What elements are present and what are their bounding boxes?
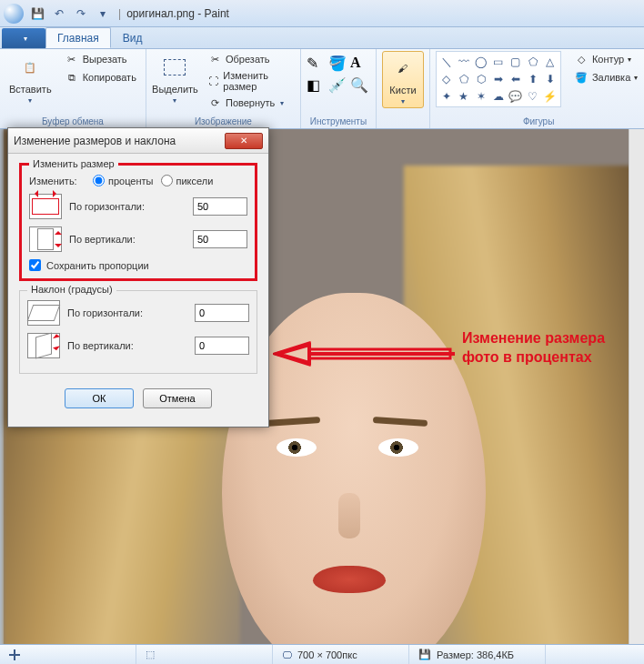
resize-vertical-input[interactable] — [193, 230, 247, 248]
shape-hexagon-icon[interactable]: ⬡ — [473, 71, 489, 87]
shape-star6-icon[interactable]: ✶ — [473, 88, 489, 105]
redo-icon[interactable]: ↷ — [71, 4, 91, 24]
resize-vertical-label: По вертикали: — [69, 234, 186, 245]
resize-fieldset: Изменить размер Изменить: проценты пиксе… — [19, 163, 257, 281]
dialog-title: Изменение размеров и наклона — [14, 135, 176, 147]
status-cursor-pos — [0, 645, 136, 664]
group-brushes-label — [382, 115, 424, 128]
disk-icon: 💾 — [418, 649, 431, 660]
undo-icon[interactable]: ↶ — [49, 4, 69, 24]
group-image: Выделить ▾ ✂Обрезать ⛶Изменить размер ⟳П… — [146, 49, 301, 128]
status-selection-size: ⬚ — [136, 645, 273, 664]
skew-horizontal-input[interactable] — [195, 304, 249, 322]
select-icon — [160, 53, 189, 82]
qat-customize-icon[interactable]: ▾ — [93, 4, 113, 24]
skew-horizontal-icon — [27, 300, 60, 326]
radio-percent-input[interactable] — [93, 175, 105, 186]
file-tab[interactable] — [2, 28, 45, 48]
shape-rhombus-icon[interactable]: ◇ — [438, 71, 455, 87]
resize-button[interactable]: ⛶Изменить размер — [204, 69, 295, 93]
shape-arrow-d-icon[interactable]: ⬇ — [542, 71, 558, 87]
paste-label: Вставить — [9, 84, 52, 95]
radio-percent[interactable]: проценты — [93, 175, 154, 186]
shape-outline-button[interactable]: ◇Контур▾ — [570, 51, 641, 67]
tab-view[interactable]: Вид — [111, 27, 155, 48]
resize-legend: Изменить размер — [29, 158, 118, 169]
paste-button[interactable]: 📋 Вставить ▾ — [5, 51, 55, 106]
cursor-pos-icon — [9, 649, 20, 660]
rotate-icon: ⟳ — [207, 96, 222, 110]
shape-callout-icon[interactable]: ☁ — [490, 88, 507, 105]
copy-icon: ⧉ — [65, 70, 79, 85]
ribbon: 📋 Вставить ▾ ✂Вырезать ⧉Копировать Буфер… — [0, 49, 644, 129]
group-tools: ✎ 🪣 A ◧ 💉 🔍 Инструменты — [301, 49, 377, 128]
paste-icon: 📋 — [15, 53, 45, 82]
shape-curve-icon[interactable]: 〰 — [456, 54, 472, 70]
radio-pixels[interactable]: пиксели — [161, 175, 214, 186]
skew-vertical-input[interactable] — [195, 337, 249, 355]
resize-by-label: Изменить: — [29, 176, 86, 186]
skew-horizontal-label: По горизонтали: — [67, 307, 187, 318]
vertical-scrollbar[interactable] — [629, 129, 644, 644]
shape-arrow-u-icon[interactable]: ⬆ — [525, 71, 541, 87]
shape-oval-icon[interactable]: ◯ — [473, 54, 489, 70]
cut-button[interactable]: ✂Вырезать — [61, 51, 140, 67]
quick-access-toolbar: 💾 ↶ ↷ ▾ — [27, 4, 113, 24]
shape-triangle-icon[interactable]: △ — [542, 54, 558, 70]
bucket-tool-icon[interactable]: 🪣 — [328, 55, 348, 75]
shape-rect-icon[interactable]: ▭ — [490, 54, 507, 70]
resize-vertical-icon — [29, 226, 62, 252]
copy-button[interactable]: ⧉Копировать — [61, 69, 140, 86]
shape-heart-icon[interactable]: ♡ — [525, 88, 541, 105]
status-bar: ⬚ 🖵700 × 700пкс 💾Размер: 386,4КБ — [0, 644, 644, 664]
shape-polygon-icon[interactable]: ⬠ — [525, 54, 541, 70]
select-button[interactable]: Выделить ▾ — [152, 51, 198, 106]
shape-callout2-icon[interactable]: 💬 — [508, 88, 524, 105]
pencil-tool-icon[interactable]: ✎ — [307, 55, 327, 75]
selection-size-icon: ⬚ — [146, 649, 155, 660]
skew-legend: Наклон (градусы) — [27, 284, 116, 295]
dialog-close-button[interactable]: ✕ — [225, 133, 263, 149]
save-icon[interactable]: 💾 — [27, 4, 47, 24]
shape-line-icon[interactable]: ＼ — [438, 54, 455, 70]
brush-icon: 🖌 — [388, 54, 418, 83]
group-brushes: 🖌 Кисти ▾ — [377, 49, 430, 128]
ok-button[interactable]: ОК — [65, 388, 134, 408]
skew-vertical-icon — [27, 333, 60, 358]
shape-lightning-icon[interactable]: ⚡ — [542, 88, 558, 105]
ribbon-tabs: Главная Вид — [0, 27, 644, 49]
skew-fieldset: Наклон (градусы) По горизонтали: По верт… — [19, 290, 257, 374]
status-file-size: 💾Размер: 386,4КБ — [409, 645, 546, 664]
shape-star5-icon[interactable]: ★ — [456, 88, 472, 105]
resize-horizontal-label: По горизонтали: — [69, 201, 186, 212]
shape-fill-button[interactable]: 🪣Заливка▾ — [570, 69, 641, 86]
paint-orb-icon[interactable] — [4, 4, 24, 24]
fill-icon: 🪣 — [574, 70, 589, 85]
keep-aspect-checkbox[interactable] — [29, 259, 41, 271]
shape-pentagon-icon[interactable]: ⬠ — [456, 71, 472, 87]
group-image-label: Изображение — [152, 115, 295, 128]
radio-pixels-input[interactable] — [161, 175, 173, 186]
magnifier-tool-icon[interactable]: 🔍 — [350, 76, 370, 96]
window-filename: оригинал.png — [126, 7, 195, 20]
group-clipboard: 📋 Вставить ▾ ✂Вырезать ⧉Копировать Буфер… — [0, 49, 146, 128]
dialog-titlebar[interactable]: Изменение размеров и наклона ✕ — [8, 128, 268, 154]
eraser-tool-icon[interactable]: ◧ — [307, 76, 327, 96]
brushes-button[interactable]: 🖌 Кисти ▾ — [382, 51, 424, 108]
cancel-button[interactable]: Отмена — [143, 388, 212, 408]
resize-horizontal-input[interactable] — [193, 197, 247, 216]
picker-tool-icon[interactable]: 💉 — [328, 76, 348, 96]
shapes-gallery[interactable]: ＼〰◯▭▢⬠△ ◇⬠⬡➡⬅⬆⬇ ✦★✶☁💬♡⚡ — [436, 51, 561, 107]
title-dash: - — [195, 7, 205, 20]
shape-arrow-l-icon[interactable]: ⬅ — [508, 71, 524, 87]
crop-button[interactable]: ✂Обрезать — [204, 51, 295, 67]
resize-skew-dialog: Изменение размеров и наклона ✕ Изменить … — [7, 127, 269, 428]
group-shapes: ＼〰◯▭▢⬠△ ◇⬠⬡➡⬅⬆⬇ ✦★✶☁💬♡⚡ ◇Контур▾ 🪣Заливк… — [430, 49, 644, 128]
shape-roundrect-icon[interactable]: ▢ — [508, 54, 524, 70]
tab-home[interactable]: Главная — [45, 27, 111, 48]
text-tool-icon[interactable]: A — [350, 55, 370, 75]
shape-arrow-r-icon[interactable]: ➡ — [490, 71, 507, 87]
title-separator: | — [118, 7, 121, 20]
rotate-button[interactable]: ⟳Повернуть▾ — [204, 95, 295, 111]
shape-star4-icon[interactable]: ✦ — [438, 88, 455, 105]
